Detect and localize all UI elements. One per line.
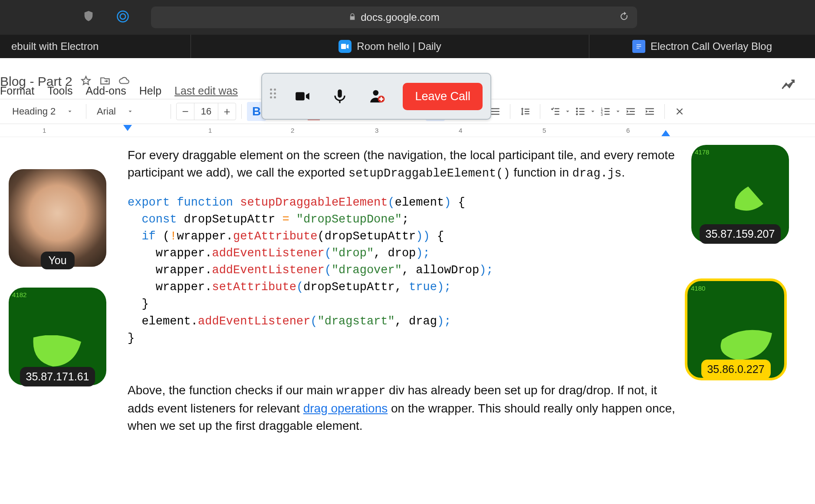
svg-rect-26 — [525, 111, 529, 112]
paragraph: For every draggable element on the scree… — [128, 147, 677, 182]
svg-rect-28 — [555, 108, 559, 109]
svg-rect-4 — [637, 46, 641, 46]
svg-rect-36 — [579, 114, 585, 115]
browser-chrome-top: docs.google.com — [0, 0, 815, 35]
tile-id-label: 4182 — [12, 291, 26, 298]
ruler[interactable]: 1 1 2 3 4 5 6 — [0, 124, 815, 137]
svg-rect-3 — [637, 44, 641, 45]
menu-addons[interactable]: Add-ons — [86, 85, 126, 97]
indent-left-marker[interactable] — [123, 125, 132, 131]
increase-indent-button[interactable] — [640, 102, 659, 121]
ip-badge: 35.87.159.207 — [700, 224, 781, 244]
font-size-value[interactable]: 16 — [194, 103, 218, 120]
svg-rect-24 — [491, 114, 500, 115]
ruler-mark: 2 — [291, 127, 294, 134]
svg-rect-7 — [338, 89, 342, 98]
svg-rect-48 — [645, 114, 654, 115]
svg-rect-42 — [605, 114, 610, 115]
chevron-down-icon[interactable] — [590, 106, 596, 117]
paragraph: Above, the function checks if our main w… — [128, 382, 677, 435]
svg-rect-43 — [626, 108, 635, 109]
svg-rect-6 — [296, 92, 305, 101]
daily-icon — [338, 40, 352, 53]
google-docs-icon — [632, 40, 645, 53]
menu-tools[interactable]: Tools — [47, 85, 72, 97]
svg-rect-27 — [525, 113, 529, 114]
svg-rect-30 — [555, 114, 559, 115]
svg-rect-2 — [341, 44, 346, 49]
decrease-indent-button[interactable] — [621, 102, 640, 121]
avatar-blob-icon — [31, 335, 83, 370]
leave-call-button[interactable]: Leave Call — [403, 83, 483, 110]
tab-blog-doc[interactable]: Electron Call Overlay Blog — [589, 35, 815, 58]
svg-text:3: 3 — [601, 112, 603, 117]
drag-operations-link[interactable]: drag operations — [303, 402, 388, 415]
chevron-down-icon[interactable] — [615, 106, 621, 117]
clear-formatting-button[interactable] — [670, 102, 689, 121]
tile-id-label: 4178 — [695, 148, 709, 156]
svg-point-32 — [576, 111, 578, 112]
avatar-blob-icon — [718, 324, 774, 363]
svg-point-31 — [576, 108, 578, 109]
ruler-mark: 6 — [626, 127, 630, 134]
microphone-icon[interactable] — [327, 88, 352, 105]
tab-electron[interactable]: ebuilt with Electron — [0, 35, 191, 58]
svg-rect-46 — [645, 108, 654, 109]
ruler-mark: 3 — [375, 127, 378, 134]
font-size-decrease-button[interactable]: − — [177, 103, 194, 120]
bulleted-list-button[interactable] — [571, 102, 590, 121]
activity-icon[interactable] — [780, 78, 796, 95]
tab-bar: ebuilt with Electron Room hello | Daily … — [0, 35, 815, 58]
code-block: export function setupDraggableElement(el… — [128, 194, 677, 347]
menu-format[interactable]: Format — [0, 85, 34, 97]
shield-icon[interactable] — [82, 10, 95, 25]
svg-rect-23 — [491, 111, 500, 112]
svg-point-1 — [120, 14, 126, 20]
paragraph-style-select[interactable]: Heading 2 — [7, 106, 81, 117]
indent-right-marker[interactable] — [661, 130, 670, 136]
remote-participant-tile-active[interactable]: 4180 35.86.0.227 — [685, 278, 787, 380]
url-bar[interactable]: docs.google.com — [151, 7, 637, 28]
menu-bar: Format Tools Add-ons Help Last edit was — [0, 85, 238, 97]
checklist-button[interactable] — [546, 102, 565, 121]
last-edit-link[interactable]: Last edit was — [174, 85, 238, 97]
svg-rect-47 — [649, 111, 654, 112]
svg-rect-25 — [525, 109, 529, 110]
svg-rect-5 — [637, 48, 640, 48]
menu-help[interactable]: Help — [139, 85, 161, 97]
ip-badge: 35.87.171.61 — [20, 367, 95, 386]
local-label-badge: You — [40, 252, 74, 269]
password-manager-icon[interactable] — [116, 10, 129, 25]
drag-handle-icon[interactable] — [270, 88, 278, 104]
camera-icon[interactable] — [290, 88, 315, 105]
ip-badge: 35.86.0.227 — [701, 360, 770, 379]
font-family-select[interactable]: Arial — [92, 106, 165, 117]
local-participant-tile[interactable]: You — [9, 169, 106, 267]
tab-daily-room[interactable]: Room hello | Daily — [191, 35, 589, 58]
call-overlay-bar[interactable]: Leave Call — [261, 73, 491, 120]
remote-participant-tile[interactable]: 4182 35.87.171.61 — [9, 288, 106, 385]
chevron-down-icon — [127, 106, 133, 117]
svg-rect-34 — [579, 108, 585, 109]
remote-participant-tile[interactable]: 4178 35.87.159.207 — [691, 145, 789, 242]
font-size-increase-button[interactable]: + — [218, 103, 236, 120]
chevron-down-icon[interactable] — [565, 106, 571, 117]
ruler-mark: 1 — [43, 127, 46, 134]
line-spacing-button[interactable] — [516, 102, 535, 121]
avatar-blob-icon — [733, 187, 768, 217]
svg-rect-22 — [491, 108, 500, 109]
add-participant-icon[interactable] — [365, 88, 390, 105]
lock-icon — [348, 11, 356, 23]
svg-rect-41 — [605, 111, 610, 112]
numbered-list-button[interactable]: 123 — [596, 102, 615, 121]
ruler-mark: 4 — [459, 127, 462, 134]
svg-rect-35 — [579, 111, 585, 112]
svg-rect-40 — [605, 108, 610, 109]
svg-rect-44 — [630, 111, 635, 112]
svg-rect-29 — [555, 111, 559, 112]
reload-icon[interactable] — [619, 11, 629, 23]
svg-point-33 — [576, 113, 578, 115]
font-size-stepper[interactable]: − 16 + — [176, 103, 236, 120]
svg-point-0 — [118, 11, 128, 22]
ruler-mark: 1 — [208, 127, 212, 134]
